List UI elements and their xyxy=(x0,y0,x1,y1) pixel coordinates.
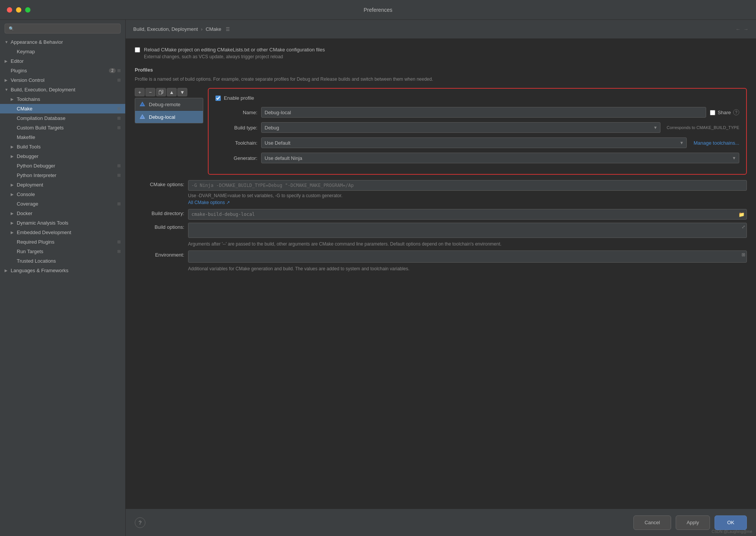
expand-arrow: ▶ xyxy=(11,145,17,149)
vcs-icon: ⊞ xyxy=(117,78,121,83)
cmake-options-hint-text: Use -DVAR_NAME=value to set variables, -… xyxy=(188,193,343,198)
sidebar-item-appearance[interactable]: ▼ Appearance & Behavior xyxy=(0,37,125,47)
close-button[interactable] xyxy=(7,7,12,13)
sidebar-item-build-tools[interactable]: ▶ Build Tools xyxy=(0,142,125,152)
sidebar-item-editor[interactable]: ▶ Editor xyxy=(0,56,125,66)
build-dir-input[interactable] xyxy=(188,209,747,220)
cmake-options-input[interactable] xyxy=(188,180,747,191)
ok-button[interactable]: OK xyxy=(715,515,747,530)
copy-profile-button[interactable] xyxy=(156,88,166,96)
build-type-select[interactable]: Debug Release RelWithDebInfo MinSizeRel xyxy=(261,122,660,133)
cmake-profile-icon xyxy=(139,101,146,108)
content-header: Build, Execution, Deployment › CMake ☰ ←… xyxy=(126,20,756,39)
sidebar-item-label: Editor xyxy=(11,58,121,64)
generator-row: Generator: Use default Ninja Unix Makefi… xyxy=(215,153,739,163)
share-checkbox[interactable] xyxy=(710,110,715,115)
sidebar-item-toolchains[interactable]: ▶ Toolchains xyxy=(0,94,125,104)
title-bar: Preferences xyxy=(0,0,756,20)
python-interpreter-icon: ⊞ xyxy=(117,173,121,178)
sidebar-item-debugger[interactable]: ▶ Debugger xyxy=(0,152,125,161)
profile-name-selected: Debug-local xyxy=(149,114,175,120)
watermark: CSDN @Laughing@me xyxy=(712,530,752,534)
sidebar-item-dynamic-analysis[interactable]: ▶ Dynamic Analysis Tools xyxy=(0,218,125,228)
cmake-options-label: CMake options: xyxy=(135,180,184,187)
page-type-icon: ☰ xyxy=(226,27,230,32)
manage-toolchains-link[interactable]: Manage toolchains... xyxy=(694,140,739,146)
remove-profile-button[interactable]: − xyxy=(145,88,155,96)
build-options-row: Build options: ⤢ Arguments after '--' ar… xyxy=(135,223,747,247)
window-controls xyxy=(7,7,30,13)
search-box[interactable]: 🔍 xyxy=(5,24,121,34)
sidebar-item-cmake[interactable]: CMake ⊞ xyxy=(0,104,125,113)
sidebar-item-label: Console xyxy=(17,191,121,197)
sidebar-item-python-debugger[interactable]: Python Debugger ⊞ xyxy=(0,161,125,171)
nav-back-icon[interactable]: ← xyxy=(735,26,740,32)
move-up-button[interactable]: ▲ xyxy=(167,88,177,96)
sidebar-item-trusted-locations[interactable]: Trusted Locations xyxy=(0,256,125,266)
profile-item-debug-local[interactable]: Debug-local xyxy=(135,111,203,123)
nav-forward-icon[interactable]: → xyxy=(743,26,748,32)
move-down-button[interactable]: ▼ xyxy=(177,88,187,96)
environment-textarea[interactable] xyxy=(188,250,747,263)
expand-arrow: ▶ xyxy=(11,183,17,187)
expand-arrow: ▶ xyxy=(5,59,11,63)
cancel-button[interactable]: Cancel xyxy=(633,515,671,530)
bottom-bar: ? Cancel Apply OK xyxy=(126,509,756,536)
toolchain-row: Toolchain: Use Default ▼ Manage toolchai… xyxy=(215,137,739,148)
search-icon: 🔍 xyxy=(9,26,14,31)
expand-textarea-icon[interactable]: ⤢ xyxy=(742,224,745,230)
sidebar-item-compilation-db[interactable]: Compilation Database ⊞ xyxy=(0,113,125,123)
sidebar-item-docker[interactable]: ▶ Docker xyxy=(0,209,125,218)
sidebar-item-label: Build, Execution, Deployment xyxy=(11,87,121,93)
sidebar-item-label: Debugger xyxy=(17,153,121,159)
enable-profile-row: Enable profile xyxy=(215,95,739,101)
share-label: Share xyxy=(718,110,731,115)
sidebar-item-required-plugins[interactable]: Required Plugins ⊞ xyxy=(0,237,125,247)
profile-detail-panel: Enable profile Name: Share xyxy=(208,88,747,175)
sidebar-item-console[interactable]: ▶ Console xyxy=(0,190,125,199)
minimize-button[interactable] xyxy=(16,7,21,13)
sidebar-item-deployment[interactable]: ▶ Deployment xyxy=(0,180,125,190)
folder-browse-icon[interactable]: 📁 xyxy=(738,212,745,217)
content-body: Reload CMake project on editing CMakeLis… xyxy=(126,39,756,509)
apply-button[interactable]: Apply xyxy=(676,515,710,530)
sidebar-item-plugins[interactable]: Plugins 2 ⊞ xyxy=(0,66,125,75)
sidebar-item-label: Compilation Database xyxy=(17,115,117,121)
build-dir-row: Build directory: 📁 xyxy=(135,209,747,220)
reload-checkbox[interactable] xyxy=(135,47,140,53)
expand-arrow: ▶ xyxy=(11,211,17,215)
sidebar-item-label: Makefile xyxy=(17,134,121,140)
expand-env-icon[interactable]: ⊞ xyxy=(742,252,745,257)
sidebar: 🔍 ▼ Appearance & Behavior Keymap ▶ Edito… xyxy=(0,20,126,536)
add-profile-button[interactable]: + xyxy=(135,88,145,96)
profiles-title: Profiles xyxy=(135,67,747,73)
env-wrapper: ⊞ xyxy=(188,250,747,264)
name-row-right: Share ? xyxy=(261,107,739,118)
reload-label: Reload CMake project on editing CMakeLis… xyxy=(144,46,325,53)
build-options-label: Build options: xyxy=(135,223,184,230)
generator-select[interactable]: Use default Ninja Unix Makefiles Ninja xyxy=(261,153,739,163)
sidebar-item-label: Python Interpreter xyxy=(17,172,117,178)
sidebar-item-label: Python Debugger xyxy=(17,163,117,169)
share-help-icon[interactable]: ? xyxy=(733,109,739,115)
sidebar-item-makefile[interactable]: Makefile xyxy=(0,132,125,142)
sidebar-item-embedded-dev[interactable]: ▶ Embedded Development xyxy=(0,228,125,237)
profile-name-input[interactable] xyxy=(261,107,706,118)
help-button[interactable]: ? xyxy=(135,517,145,528)
sidebar-item-version-control[interactable]: ▶ Version Control ⊞ xyxy=(0,75,125,85)
all-cmake-options-link[interactable]: All CMake options ↗ xyxy=(188,200,230,205)
search-input[interactable] xyxy=(16,26,116,31)
maximize-button[interactable] xyxy=(25,7,30,13)
environment-input-area: ⊞ Additional variables for CMake generat… xyxy=(188,250,747,272)
sidebar-item-run-targets[interactable]: Run Targets ⊞ xyxy=(0,247,125,256)
sidebar-item-languages[interactable]: ▶ Languages & Frameworks xyxy=(0,266,125,275)
sidebar-item-keymap[interactable]: Keymap xyxy=(0,47,125,56)
profile-item-debug-remote[interactable]: Debug-remote xyxy=(135,98,203,111)
sidebar-item-build-execution[interactable]: ▼ Build, Execution, Deployment xyxy=(0,85,125,94)
sidebar-item-python-interpreter[interactable]: Python Interpreter ⊞ xyxy=(0,171,125,180)
sidebar-item-coverage[interactable]: Coverage ⊞ xyxy=(0,199,125,209)
sidebar-item-custom-build[interactable]: Custom Build Targets ⊞ xyxy=(0,123,125,132)
toolchain-select[interactable]: Use Default xyxy=(261,137,687,148)
build-options-textarea[interactable] xyxy=(188,223,747,238)
enable-profile-checkbox[interactable] xyxy=(215,96,221,101)
